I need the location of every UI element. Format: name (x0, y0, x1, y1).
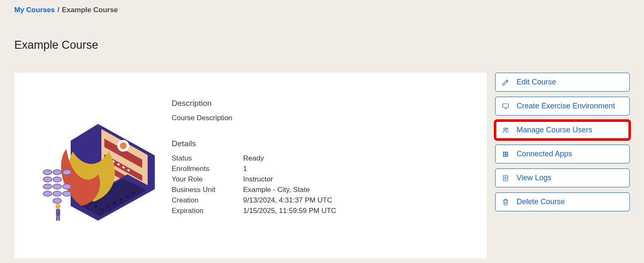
detail-label: Enrollments (172, 165, 243, 173)
actions-panel: Edit Course Create Exercise Environment … (495, 73, 630, 211)
svg-point-17 (53, 170, 61, 175)
svg-point-16 (43, 170, 52, 175)
svg-rect-43 (507, 155, 508, 157)
svg-point-22 (53, 184, 61, 189)
svg-point-26 (63, 191, 71, 196)
trash-icon (501, 198, 510, 206)
detail-label: Business Unit (172, 186, 243, 194)
svg-rect-36 (505, 152, 506, 153)
svg-rect-31 (58, 216, 60, 221)
detail-value: 1/15/2025, 11:59:59 PM UTC (243, 207, 468, 215)
svg-rect-40 (507, 153, 508, 155)
svg-point-23 (63, 184, 71, 189)
svg-rect-37 (507, 152, 508, 153)
svg-rect-29 (56, 209, 60, 216)
svg-point-14 (126, 195, 129, 197)
detail-label: Expiration (172, 207, 243, 215)
view-logs-button[interactable]: View Logs (495, 168, 630, 187)
description-text: Course Description (172, 114, 468, 122)
svg-point-1 (120, 142, 127, 149)
document-icon (501, 174, 510, 182)
breadcrumb-link-my-courses[interactable]: My Courses (14, 6, 55, 14)
details-table: Status Ready Enrollments 1 Your Role Ins… (172, 154, 468, 215)
button-label: View Logs (517, 174, 551, 182)
button-label: Create Exercise Environment (517, 102, 615, 110)
svg-point-19 (43, 177, 52, 182)
svg-point-28 (56, 204, 61, 209)
svg-point-10 (101, 208, 103, 211)
manage-course-users-button[interactable]: Manage Course Users (495, 121, 630, 139)
users-icon (501, 126, 510, 134)
svg-point-25 (53, 191, 61, 196)
svg-rect-35 (503, 152, 504, 153)
detail-value: 1 (243, 165, 468, 173)
svg-point-11 (107, 205, 110, 208)
breadcrumb-current: Example Course (62, 6, 118, 14)
breadcrumb-separator: / (57, 6, 59, 14)
edit-course-button[interactable]: Edit Course (495, 73, 630, 92)
details-heading: Details (172, 139, 468, 148)
grid-icon (501, 150, 510, 158)
button-label: Manage Course Users (517, 126, 592, 134)
detail-value: 9/13/2024, 4:31:37 PM UTC (243, 196, 468, 205)
svg-point-27 (53, 198, 61, 203)
button-label: Delete Course (517, 197, 565, 206)
detail-value: Example - City, State (243, 186, 468, 194)
svg-point-15 (133, 192, 135, 194)
course-illustration (33, 99, 159, 225)
description-heading: Description (172, 99, 468, 108)
svg-point-21 (43, 184, 52, 189)
page-title: Example Course (14, 39, 630, 52)
connected-apps-button[interactable]: Connected Apps (495, 145, 630, 163)
button-label: Edit Course (517, 78, 556, 87)
svg-rect-39 (505, 153, 506, 155)
delete-course-button[interactable]: Delete Course (495, 192, 630, 211)
course-card: Description Course Description Details S… (14, 73, 487, 258)
breadcrumb: My Courses / Example Course (14, 6, 630, 14)
monitor-icon (501, 102, 510, 110)
detail-label: Status (172, 154, 243, 163)
svg-point-9 (95, 205, 97, 208)
svg-point-34 (506, 128, 508, 129)
detail-label: Creation (172, 196, 243, 205)
svg-rect-38 (503, 153, 504, 155)
svg-rect-32 (503, 104, 509, 108)
detail-value: Instructor (243, 175, 468, 184)
svg-point-24 (43, 191, 52, 196)
svg-point-33 (504, 128, 506, 130)
detail-label: Your Role (172, 175, 243, 184)
svg-point-18 (63, 170, 71, 175)
svg-point-12 (114, 202, 116, 204)
svg-rect-42 (505, 155, 506, 157)
create-exercise-environment-button[interactable]: Create Exercise Environment (495, 97, 630, 116)
pencil-icon (501, 78, 510, 87)
svg-point-20 (53, 177, 61, 182)
detail-value: Ready (243, 154, 468, 163)
button-label: Connected Apps (517, 150, 572, 158)
svg-rect-41 (503, 155, 504, 157)
svg-rect-30 (56, 216, 58, 221)
svg-point-13 (120, 198, 122, 201)
